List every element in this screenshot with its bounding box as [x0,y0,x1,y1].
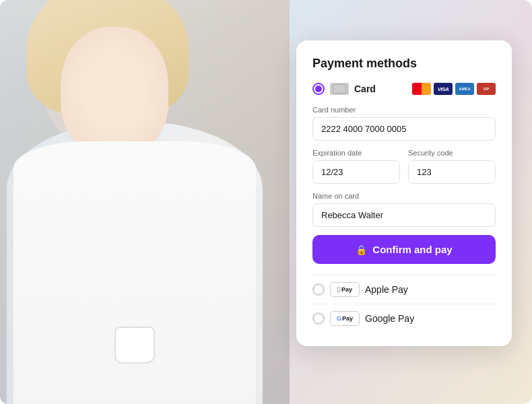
apple-icon:  [337,285,340,294]
visa-logo: VISA [434,83,453,95]
expiration-group: Expiration date [312,149,400,184]
apple-pay-radio[interactable] [312,283,325,296]
apple-pay-option[interactable]:  Pay Apple Pay [312,275,496,304]
name-on-card-input[interactable] [312,203,496,227]
google-pay-label: Google Pay [365,313,414,324]
google-pay-badge: G Pay [330,311,360,326]
security-code-label: Security code [408,149,496,157]
face [61,27,168,155]
apple-pay-label: Apple Pay [365,284,408,295]
confirm-pay-label: Confirm and pay [372,244,452,255]
card-logos: VISA AMEX UP [412,83,496,95]
security-code-input[interactable] [408,160,496,184]
google-pay-option[interactable]: G Pay Google Pay [312,304,496,333]
expiry-security-row: Expiration date Security code [312,149,496,192]
name-on-card-label: Name on card [312,192,496,200]
expiration-label: Expiration date [312,149,400,157]
security-code-group: Security code [408,149,496,184]
shirt [13,141,256,404]
payment-panel: Payment methods Card VISA AMEX UP Card n… [296,40,512,346]
card-radio-inner [315,86,322,92]
card-number-label: Card number [312,106,496,114]
lock-icon: 🔒 [356,244,367,255]
card-chip-icon [330,83,349,95]
google-pay-radio[interactable] [312,312,325,325]
panel-title: Payment methods [312,57,496,71]
amex-logo: AMEX [455,83,474,95]
card-radio[interactable] [312,83,325,95]
expiration-input[interactable] [312,160,400,184]
card-number-input[interactable] [312,117,496,141]
confirm-pay-button[interactable]: 🔒 Confirm and pay [312,235,496,264]
card-number-group: Card number [312,106,496,141]
mug [114,327,155,364]
mastercard-logo [412,83,431,95]
unionpay-logo: UP [477,83,496,95]
google-icon: G [337,315,341,322]
card-option-label: Card [354,83,412,94]
card-payment-option[interactable]: Card VISA AMEX UP [312,83,496,95]
apple-pay-badge:  Pay [330,282,360,297]
name-on-card-group: Name on card [312,192,496,227]
